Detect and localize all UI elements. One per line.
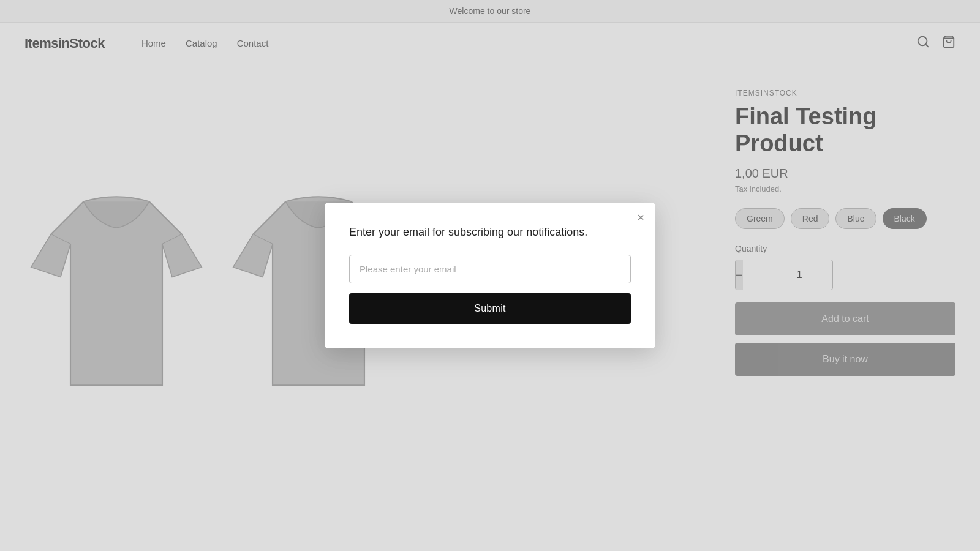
modal-close-button[interactable]: ×	[637, 211, 644, 223]
submit-button[interactable]: Submit	[349, 293, 631, 324]
modal-title: Enter your email for subscribing our not…	[349, 225, 631, 240]
email-modal: × Enter your email for subscribing our n…	[325, 203, 655, 348]
modal-overlay: × Enter your email for subscribing our n…	[0, 0, 980, 536]
email-input[interactable]	[349, 255, 631, 283]
